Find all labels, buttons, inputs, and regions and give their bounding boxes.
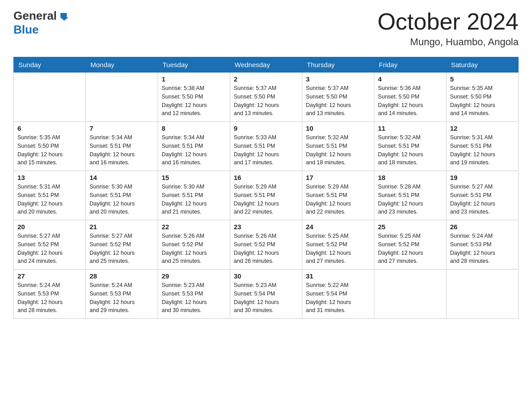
day-info: Sunrise: 5:34 AMSunset: 5:51 PMDaylight:… bbox=[162, 133, 226, 167]
header-row: Sunday Monday Tuesday Wednesday Thursday… bbox=[14, 57, 519, 73]
day-info: Sunrise: 5:25 AMSunset: 5:52 PMDaylight:… bbox=[378, 232, 442, 265]
day-info: Sunrise: 5:33 AMSunset: 5:51 PMDaylight:… bbox=[234, 133, 298, 167]
calendar-cell bbox=[86, 73, 158, 122]
calendar-cell: 28Sunrise: 5:24 AMSunset: 5:53 PMDayligh… bbox=[86, 270, 158, 319]
day-number: 17 bbox=[306, 174, 370, 181]
day-number: 27 bbox=[17, 272, 82, 280]
col-friday: Friday bbox=[374, 57, 446, 73]
day-info: Sunrise: 5:24 AMSunset: 5:53 PMDaylight:… bbox=[450, 232, 515, 265]
day-number: 19 bbox=[450, 174, 515, 181]
day-number: 9 bbox=[234, 124, 298, 132]
day-info: Sunrise: 5:24 AMSunset: 5:53 PMDaylight:… bbox=[90, 281, 154, 315]
day-info: Sunrise: 5:30 AMSunset: 5:51 PMDaylight:… bbox=[90, 183, 154, 216]
day-number: 22 bbox=[162, 223, 226, 231]
col-saturday: Saturday bbox=[446, 57, 519, 73]
day-info: Sunrise: 5:35 AMSunset: 5:50 PMDaylight:… bbox=[450, 84, 515, 118]
calendar-cell: 1Sunrise: 5:38 AMSunset: 5:50 PMDaylight… bbox=[158, 73, 230, 122]
logo: General Blue bbox=[13, 9, 69, 37]
calendar-cell: 11Sunrise: 5:32 AMSunset: 5:51 PMDayligh… bbox=[374, 122, 446, 171]
day-info: Sunrise: 5:30 AMSunset: 5:51 PMDaylight:… bbox=[162, 183, 226, 216]
day-info: Sunrise: 5:32 AMSunset: 5:51 PMDaylight:… bbox=[306, 133, 370, 167]
calendar-cell: 23Sunrise: 5:26 AMSunset: 5:52 PMDayligh… bbox=[230, 220, 302, 270]
calendar-cell: 9Sunrise: 5:33 AMSunset: 5:51 PMDaylight… bbox=[230, 122, 302, 171]
day-number: 20 bbox=[17, 223, 82, 231]
calendar-table: Sunday Monday Tuesday Wednesday Thursday… bbox=[13, 57, 519, 319]
day-number: 3 bbox=[306, 75, 370, 83]
calendar-cell: 4Sunrise: 5:36 AMSunset: 5:50 PMDaylight… bbox=[374, 73, 446, 122]
col-thursday: Thursday bbox=[302, 57, 374, 73]
month-title: October 2024 bbox=[378, 9, 519, 34]
day-number: 8 bbox=[162, 124, 226, 132]
calendar-cell: 3Sunrise: 5:37 AMSunset: 5:50 PMDaylight… bbox=[302, 73, 374, 122]
calendar-cell: 7Sunrise: 5:34 AMSunset: 5:51 PMDaylight… bbox=[86, 122, 158, 171]
calendar-cell: 27Sunrise: 5:24 AMSunset: 5:53 PMDayligh… bbox=[14, 270, 86, 319]
day-number: 4 bbox=[378, 75, 442, 83]
logo-arrow-icon bbox=[59, 11, 69, 21]
day-info: Sunrise: 5:22 AMSunset: 5:54 PMDaylight:… bbox=[306, 281, 370, 315]
day-info: Sunrise: 5:34 AMSunset: 5:51 PMDaylight:… bbox=[90, 133, 154, 167]
day-number: 14 bbox=[90, 174, 154, 181]
day-info: Sunrise: 5:36 AMSunset: 5:50 PMDaylight:… bbox=[378, 84, 442, 118]
calendar-cell: 31Sunrise: 5:22 AMSunset: 5:54 PMDayligh… bbox=[302, 270, 374, 319]
day-number: 7 bbox=[90, 124, 154, 132]
day-info: Sunrise: 5:37 AMSunset: 5:50 PMDaylight:… bbox=[234, 84, 298, 118]
calendar-week-3: 13Sunrise: 5:31 AMSunset: 5:51 PMDayligh… bbox=[14, 171, 519, 220]
day-number: 29 bbox=[162, 272, 226, 280]
day-number: 30 bbox=[234, 272, 298, 280]
calendar-cell: 30Sunrise: 5:23 AMSunset: 5:54 PMDayligh… bbox=[230, 270, 302, 319]
calendar-cell: 18Sunrise: 5:28 AMSunset: 5:51 PMDayligh… bbox=[374, 171, 446, 220]
calendar-header: Sunday Monday Tuesday Wednesday Thursday… bbox=[14, 57, 519, 73]
calendar-cell: 21Sunrise: 5:27 AMSunset: 5:52 PMDayligh… bbox=[86, 220, 158, 270]
calendar-week-2: 6Sunrise: 5:35 AMSunset: 5:50 PMDaylight… bbox=[14, 122, 519, 171]
calendar-cell: 19Sunrise: 5:27 AMSunset: 5:51 PMDayligh… bbox=[446, 171, 519, 220]
day-number: 6 bbox=[17, 124, 82, 132]
col-wednesday: Wednesday bbox=[230, 57, 302, 73]
calendar-cell bbox=[14, 73, 86, 122]
day-number: 16 bbox=[234, 174, 298, 181]
calendar-cell: 22Sunrise: 5:26 AMSunset: 5:52 PMDayligh… bbox=[158, 220, 230, 270]
day-info: Sunrise: 5:32 AMSunset: 5:51 PMDaylight:… bbox=[378, 133, 442, 167]
logo-blue-text: Blue bbox=[13, 23, 39, 36]
day-info: Sunrise: 5:29 AMSunset: 5:51 PMDaylight:… bbox=[234, 183, 298, 216]
calendar-cell: 12Sunrise: 5:31 AMSunset: 5:51 PMDayligh… bbox=[446, 122, 519, 171]
day-number: 1 bbox=[162, 75, 226, 83]
col-tuesday: Tuesday bbox=[158, 57, 230, 73]
day-number: 13 bbox=[17, 174, 82, 181]
calendar-cell: 15Sunrise: 5:30 AMSunset: 5:51 PMDayligh… bbox=[158, 171, 230, 220]
calendar-cell bbox=[446, 270, 519, 319]
day-info: Sunrise: 5:27 AMSunset: 5:52 PMDaylight:… bbox=[17, 232, 82, 265]
calendar-week-1: 1Sunrise: 5:38 AMSunset: 5:50 PMDaylight… bbox=[14, 73, 519, 122]
day-number: 23 bbox=[234, 223, 298, 231]
calendar-cell: 25Sunrise: 5:25 AMSunset: 5:52 PMDayligh… bbox=[374, 220, 446, 270]
title-block: October 2024 Mungo, Huambo, Angola bbox=[378, 9, 519, 48]
day-info: Sunrise: 5:27 AMSunset: 5:52 PMDaylight:… bbox=[90, 232, 154, 265]
calendar-cell: 16Sunrise: 5:29 AMSunset: 5:51 PMDayligh… bbox=[230, 171, 302, 220]
day-number: 11 bbox=[378, 124, 442, 132]
day-info: Sunrise: 5:23 AMSunset: 5:54 PMDaylight:… bbox=[234, 281, 298, 315]
calendar-cell: 20Sunrise: 5:27 AMSunset: 5:52 PMDayligh… bbox=[14, 220, 86, 270]
day-info: Sunrise: 5:26 AMSunset: 5:52 PMDaylight:… bbox=[234, 232, 298, 265]
day-info: Sunrise: 5:23 AMSunset: 5:53 PMDaylight:… bbox=[162, 281, 226, 315]
calendar-week-4: 20Sunrise: 5:27 AMSunset: 5:52 PMDayligh… bbox=[14, 220, 519, 270]
day-info: Sunrise: 5:25 AMSunset: 5:52 PMDaylight:… bbox=[306, 232, 370, 265]
day-info: Sunrise: 5:29 AMSunset: 5:51 PMDaylight:… bbox=[306, 183, 370, 216]
day-info: Sunrise: 5:38 AMSunset: 5:50 PMDaylight:… bbox=[162, 84, 226, 118]
day-info: Sunrise: 5:37 AMSunset: 5:50 PMDaylight:… bbox=[306, 84, 370, 118]
day-number: 26 bbox=[450, 223, 515, 231]
calendar-cell: 5Sunrise: 5:35 AMSunset: 5:50 PMDaylight… bbox=[446, 73, 519, 122]
day-number: 24 bbox=[306, 223, 370, 231]
day-number: 18 bbox=[378, 174, 442, 181]
page-header: General Blue October 2024 Mungo, Huambo,… bbox=[13, 9, 519, 48]
day-number: 25 bbox=[378, 223, 442, 231]
day-info: Sunrise: 5:31 AMSunset: 5:51 PMDaylight:… bbox=[450, 133, 515, 167]
day-number: 10 bbox=[306, 124, 370, 132]
calendar-cell: 17Sunrise: 5:29 AMSunset: 5:51 PMDayligh… bbox=[302, 171, 374, 220]
calendar-cell bbox=[374, 270, 446, 319]
day-number: 21 bbox=[90, 223, 154, 231]
day-number: 5 bbox=[450, 75, 515, 83]
calendar-cell: 10Sunrise: 5:32 AMSunset: 5:51 PMDayligh… bbox=[302, 122, 374, 171]
day-number: 12 bbox=[450, 124, 515, 132]
calendar-body: 1Sunrise: 5:38 AMSunset: 5:50 PMDaylight… bbox=[14, 73, 519, 319]
day-info: Sunrise: 5:31 AMSunset: 5:51 PMDaylight:… bbox=[17, 183, 82, 216]
calendar-cell: 6Sunrise: 5:35 AMSunset: 5:50 PMDaylight… bbox=[14, 122, 86, 171]
